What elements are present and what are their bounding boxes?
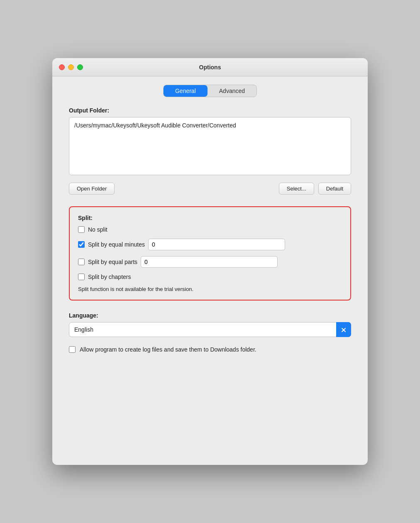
language-select[interactable]: English Chinese French German Spanish Ja… [69,322,351,337]
content-area: General Advanced Output Folder: /Users/m… [52,76,368,369]
open-folder-button[interactable]: Open Folder [69,183,115,195]
tab-bar: General Advanced [69,85,351,97]
title-bar: Options [52,58,368,76]
window-title: Options [199,64,221,71]
split-parts-checkbox[interactable] [78,259,85,265]
traffic-lights [59,64,83,70]
minimize-button[interactable] [68,64,74,70]
split-parts-label: Split by equal parts [88,259,137,265]
close-button[interactable] [59,64,65,70]
split-chapters-checkbox[interactable] [78,274,85,280]
split-parts-row: Split by equal parts [78,256,342,268]
language-label: Language: [69,312,351,319]
language-select-wrapper: English Chinese French German Spanish Ja… [69,322,351,337]
no-split-row: No split [78,226,342,233]
split-chapters-row: Split by chapters [78,274,342,280]
split-chapters-label: Split by chapters [88,274,131,280]
right-buttons: Select... Default [279,183,351,195]
language-section: Language: English Chinese French German … [69,312,351,337]
split-minutes-label: Split by equal minutes [88,241,145,248]
split-label: Split: [78,215,342,221]
maximize-button[interactable] [77,64,83,70]
split-minutes-row: Split by equal minutes [78,239,342,250]
log-files-label: Allow program to create log files and sa… [80,346,256,353]
select-button[interactable]: Select... [279,183,314,195]
no-split-checkbox[interactable] [78,226,85,233]
split-minutes-input[interactable] [148,239,285,250]
button-row: Open Folder Select... Default [69,183,351,195]
tab-general[interactable]: General [164,85,208,97]
log-files-checkbox[interactable] [69,346,76,353]
default-button[interactable]: Default [318,183,351,195]
tab-advanced[interactable]: Advanced [208,85,256,97]
no-split-label: No split [88,226,107,233]
split-section: Split: No split Split by equal minutes S… [69,206,351,301]
output-folder-label: Output Folder: [69,107,351,114]
tab-group: General Advanced [163,85,257,97]
trial-notice: Split function is not available for the … [78,286,342,292]
split-parts-input[interactable] [141,256,278,268]
output-folder-input[interactable]: /Users/mymac/Ukeysoft/Ukeysoft Audible C… [69,117,351,175]
options-window: Options General Advanced Output Folder: … [52,58,368,465]
log-files-row: Allow program to create log files and sa… [69,346,351,353]
split-minutes-checkbox[interactable] [78,241,85,248]
